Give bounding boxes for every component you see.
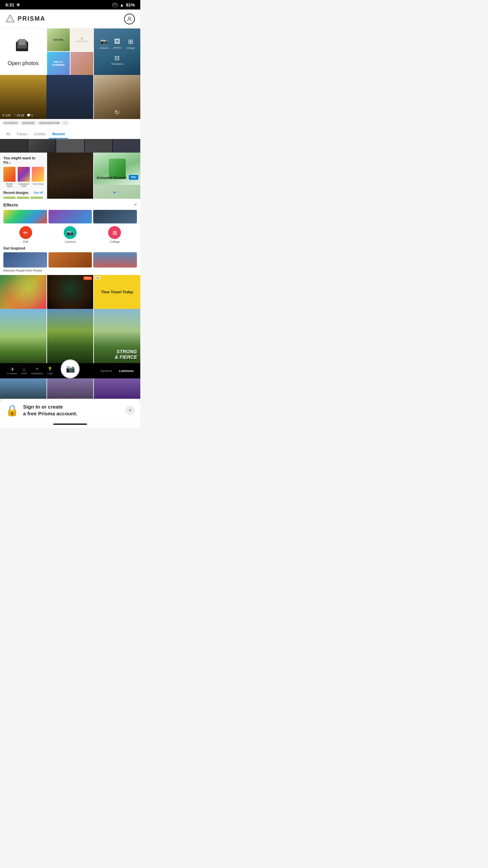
dot-3 <box>116 192 118 193</box>
filter-contrast[interactable]: ◑ Contrast <box>7 367 17 375</box>
photo-library-icon <box>15 37 32 57</box>
inspired-thumb-2[interactable] <box>48 252 92 268</box>
battery-display: 81% <box>126 2 135 7</box>
light-icon: 💡 <box>47 367 53 371</box>
camera-thumb-1[interactable] <box>0 139 27 153</box>
more-dot-2[interactable]: ⋯ <box>25 198 28 199</box>
row-1: Open photos NATURE 🪑 #MINIMALIST HELLOSU… <box>0 28 140 75</box>
recent-designs-header: Recent designs See all <box>3 191 43 195</box>
templates-label: Templates <box>111 62 123 65</box>
remove-people-label[interactable]: Remove People from Photos <box>3 269 137 272</box>
effect-thumb-1[interactable] <box>3 210 47 223</box>
effects-close-button[interactable]: × <box>134 202 137 208</box>
comments-stat: 💬 1 <box>27 114 33 117</box>
photos-source-icon[interactable]: 🖼 photos <box>113 38 121 50</box>
template-nature[interactable]: NATURE <box>47 28 70 51</box>
try-instagram[interactable]: Instagram Post <box>18 167 30 188</box>
try-mobile-video[interactable]: Mobile Video <box>3 167 16 188</box>
tab-all[interactable]: All <box>3 130 14 139</box>
try-title: You might want to try... <box>3 156 43 164</box>
windmill-icon: ✳ <box>16 2 20 7</box>
ad-text[interactable]: Time Travel Today <box>98 287 136 297</box>
app-header: PRISMA <box>0 9 140 28</box>
try-story[interactable]: Your Story <box>32 167 44 188</box>
signin-banner: 🔒 Sign In or createa free Prisma account… <box>0 399 140 421</box>
tab-faces[interactable]: Faces <box>14 130 30 139</box>
dynamic-mode-label[interactable]: Dynamic <box>100 369 112 373</box>
row-5-landscape: STRONG& FIERCE <box>0 309 140 363</box>
row-3: You might want to try... Mobile Video In… <box>0 153 140 199</box>
ad-cell: AD Time Travel Today <box>94 275 140 309</box>
filter-hdr[interactable]: △ HDR <box>21 367 27 375</box>
collage-source-icon[interactable]: ⊞ collage <box>126 38 135 50</box>
shutter-button[interactable]: 📷 <box>61 359 80 378</box>
refresh-icon-overlay[interactable]: ↻ <box>115 109 120 116</box>
collage-action[interactable]: ⊞ Collage <box>108 226 121 243</box>
template-minimalist[interactable]: 🪑 #MINIMALIST <box>70 28 93 51</box>
dot-4 <box>119 192 121 193</box>
tag-photolab[interactable]: #photolab <box>20 121 36 125</box>
signin-title: Sign In or createa free Prisma account. <box>23 403 121 417</box>
user-account-button[interactable] <box>124 14 135 24</box>
tab-celebs[interactable]: Celebs <box>30 130 49 139</box>
luminous-mode-label[interactable]: Luminous <box>119 369 134 373</box>
filter-light[interactable]: 💡 Light <box>47 367 53 375</box>
source-cell[interactable]: 📷 camera 🖼 photos ⊞ collage ⊟ Templates <box>94 28 140 75</box>
templates-preview-cell[interactable]: NATURE 🪑 #MINIMALIST HELLOSUMMER! <box>47 28 94 75</box>
person-right <box>46 75 93 119</box>
hdr-label: HDR <box>21 372 27 375</box>
camera-thumb-5[interactable] <box>113 139 140 153</box>
camera-action-label: Camera <box>65 240 76 243</box>
bottom-thumb-2 <box>47 378 94 399</box>
inspired-thumb-3[interactable] <box>93 252 137 268</box>
refresh-icon: ↻ <box>115 109 120 116</box>
camera-bottom-bar: ◑ Contrast △ HDR ☀ Highlights 💡 Light 📷 … <box>0 363 140 378</box>
camera-symbol: 📷 <box>100 38 108 45</box>
ad-label: AD <box>95 276 101 279</box>
contrast-label: Contrast <box>7 372 17 375</box>
camera-source-icon[interactable]: 📷 camera <box>100 38 109 50</box>
collage-label: collage <box>126 46 135 50</box>
templates-source-icon[interactable]: ⊟ Templates <box>111 54 123 65</box>
see-all-button[interactable]: See all <box>34 191 43 194</box>
tag-more[interactable]: … <box>62 121 69 125</box>
more-dot-1[interactable]: ⋯ <box>12 198 15 199</box>
edit-action[interactable]: ✏ Edit <box>19 226 32 243</box>
more-dot-3[interactable]: ⋯ <box>39 198 42 199</box>
camera-action[interactable]: 📷 Camera <box>64 226 77 243</box>
vibrate-icon: 📳 <box>112 2 118 7</box>
camera-icon-circle: 📷 <box>64 226 77 239</box>
tab-recent[interactable]: Recent <box>49 130 68 139</box>
tag-blackdiamond[interactable]: #blackdiamond♥ <box>37 121 61 125</box>
effect-thumb-3[interactable] <box>93 210 137 223</box>
signin-text: Sign In or createa free Prisma account. <box>23 403 121 417</box>
inspired-thumb-1[interactable] <box>3 252 47 268</box>
people-stats: ↺ 126 ♡ 23.1k 💬 1 <box>2 114 91 117</box>
effect-thumb-2[interactable] <box>48 210 92 223</box>
pro-badge: PRO <box>83 276 92 280</box>
keyboard-bg <box>47 153 94 199</box>
filter-highlights[interactable]: ☀ Highlights <box>31 367 43 375</box>
camera-thumb-4[interactable] <box>85 139 112 153</box>
prisma-logo-icon <box>5 14 15 24</box>
try-badge[interactable]: TRY <box>129 175 138 180</box>
recent-thumb-1[interactable]: ⋯ <box>3 197 16 199</box>
recent-thumb-3[interactable]: ⋯ <box>30 197 43 199</box>
tag-cooleffect[interactable]: #cooleffect <box>2 121 19 125</box>
camera-thumb-3[interactable] <box>56 139 84 153</box>
edit-label: Edit <box>23 240 28 243</box>
filter-list: ◑ Contrast △ HDR ☀ Highlights 💡 Light <box>7 367 53 375</box>
action-icons-row: ✏ Edit 📷 Camera ⊞ Collage <box>3 226 137 243</box>
recent-thumb-2[interactable]: ⋯ <box>17 197 29 199</box>
signin-close-button[interactable]: × <box>125 406 135 415</box>
svg-point-2 <box>128 17 130 19</box>
camera-thumb-2[interactable] <box>28 139 56 153</box>
row-4-art: PRO AD Time Travel Today <box>0 275 140 309</box>
quote-text: STRONG& FIERCE <box>115 349 137 360</box>
template-fashion[interactable] <box>70 52 93 75</box>
inspired-row <box>3 252 137 268</box>
template-summer[interactable]: HELLOSUMMER! <box>47 52 70 75</box>
story-thumb <box>32 167 44 182</box>
effects-header: Effects × <box>3 202 137 208</box>
open-photos-cell[interactable]: Open photos <box>0 28 46 75</box>
